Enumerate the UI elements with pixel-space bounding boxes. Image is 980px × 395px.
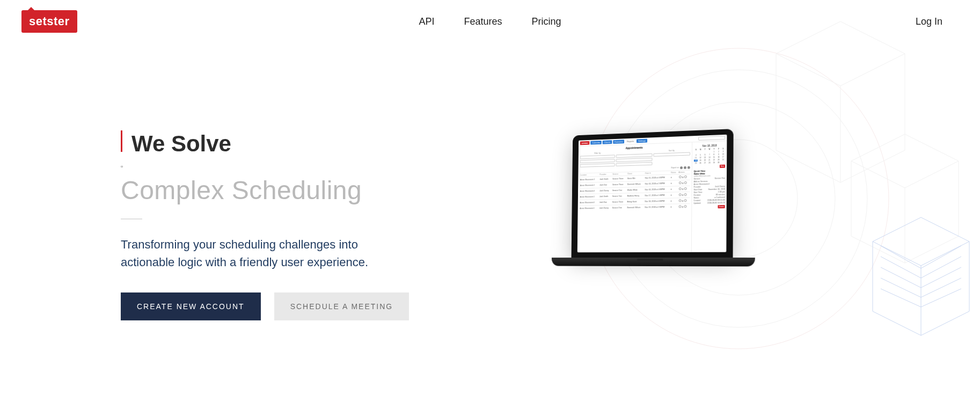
- app-tab-calendar: Calendar: [590, 141, 602, 145]
- filter-locations: [580, 155, 616, 159]
- filter-sort: [653, 152, 690, 156]
- filter-created: [580, 163, 615, 167]
- filter-starts: [616, 162, 652, 166]
- hero-section: We Solve ▫ Complex Scheduling Transformi…: [0, 43, 980, 320]
- mini-calendar: SMTWTFS123456789101112131415161718192021…: [694, 148, 725, 164]
- quick-view-panel: Quick View Walter White walter18@msn.com…: [693, 169, 725, 204]
- filter-services: [580, 159, 615, 163]
- nav-link-pricing[interactable]: Pricing: [532, 16, 561, 27]
- app-tab-settings: Settings: [637, 139, 647, 143]
- brand-logo[interactable]: setster: [21, 10, 77, 33]
- hero-body-text: Transforming your scheduling challenges …: [121, 236, 400, 271]
- short-divider: [121, 218, 142, 220]
- nav-link-features[interactable]: Features: [464, 16, 502, 27]
- app-tab-reports: Reports: [625, 139, 635, 143]
- schedule-meeting-button[interactable]: SCHEDULE A MEETING: [274, 292, 409, 320]
- decorative-square-glyph: ▫: [121, 163, 980, 170]
- laptop-mockup: setster Calendar Clients Overview Report…: [567, 131, 755, 266]
- hero-heading: We Solve: [131, 131, 980, 156]
- app-search-box: [698, 136, 725, 141]
- hero-subheading: Complex Scheduling: [121, 175, 980, 205]
- accent-bar: [121, 130, 122, 152]
- create-account-button[interactable]: CREATE NEW ACCOUNT: [121, 292, 261, 320]
- nav-center: API Features Pricing: [419, 16, 561, 27]
- quick-view-details-button: Details: [718, 205, 725, 208]
- filter-providers: [616, 153, 652, 158]
- filter-statuses: [616, 158, 652, 162]
- top-nav: setster API Features Pricing Log In: [0, 0, 980, 43]
- calendar-action-button: New: [720, 165, 725, 168]
- login-link[interactable]: Log In: [916, 16, 959, 27]
- appointments-table: LocationProviderServiceClientDate ▾Statu…: [579, 170, 690, 211]
- nav-link-api[interactable]: API: [419, 16, 434, 27]
- app-tab-overview: Overview: [613, 140, 624, 144]
- cta-row: CREATE NEW ACCOUNT SCHEDULE A MEETING: [121, 292, 980, 320]
- app-tab-clients: Clients: [603, 140, 612, 144]
- app-logo: setster: [580, 141, 590, 145]
- calendar-title: Nov 18, 2018: [694, 144, 725, 148]
